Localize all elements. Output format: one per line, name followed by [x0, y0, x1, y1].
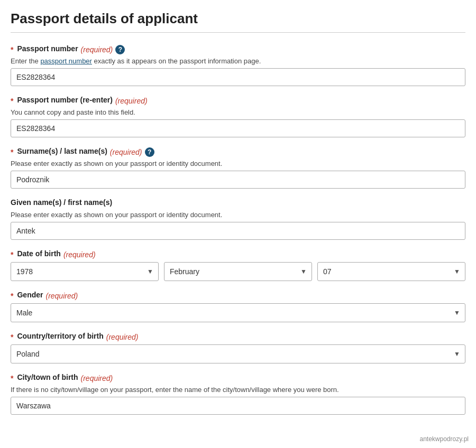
- city-birth-input[interactable]: [11, 397, 465, 415]
- passport-reenter-input[interactable]: [11, 119, 465, 137]
- city-birth-group: * City/town of birth (required) If there…: [11, 373, 465, 415]
- gender-asterisk: *: [11, 292, 13, 300]
- dob-day-select[interactable]: 07: [317, 262, 465, 281]
- surname-help-icon[interactable]: ?: [145, 147, 154, 157]
- passport-number-help-icon[interactable]: ?: [115, 45, 125, 54]
- surname-input[interactable]: [11, 171, 465, 189]
- country-birth-label-row: * Country/territory of birth (required): [11, 332, 465, 342]
- dob-label: Date of birth: [17, 249, 60, 258]
- surname-hint: Please enter exactly as shown on your pa…: [11, 160, 465, 167]
- passport-number-label: Passport number: [17, 44, 78, 53]
- dob-group: * Date of birth (required) 1978 ▼ Januar…: [11, 249, 465, 281]
- gender-label: Gender: [17, 291, 43, 299]
- given-name-label-row: Given name(s) / first name(s): [11, 198, 465, 209]
- country-birth-required: (required): [106, 333, 139, 341]
- watermark: antekwpodrozy.pl: [420, 435, 469, 443]
- gender-label-row: * Gender (required): [11, 291, 465, 301]
- gender-group: * Gender (required) Male Female Unspecif…: [11, 291, 465, 322]
- passport-reenter-hint: You cannot copy and paste into this fiel…: [11, 108, 465, 116]
- page-title: Passport details of applicant: [11, 11, 465, 33]
- city-birth-hint: If there is no city/town/village on your…: [11, 386, 465, 394]
- city-birth-asterisk: *: [11, 374, 13, 382]
- page-container: Passport details of applicant * Passport…: [0, 0, 476, 448]
- dob-label-row: * Date of birth (required): [11, 249, 465, 260]
- surname-label: Surname(s) / last name(s): [17, 147, 107, 155]
- dob-month-wrap: January February March April May June Ju…: [164, 262, 312, 281]
- city-birth-label-row: * City/town of birth (required): [11, 373, 465, 384]
- passport-reenter-group: * Passport number (re-enter) (required) …: [11, 96, 465, 137]
- passport-number-label-row: * Passport number (required) ?: [11, 44, 465, 55]
- passport-number-required: (required): [81, 45, 113, 54]
- dob-year-wrap: 1978 ▼: [11, 262, 159, 281]
- dob-asterisk: *: [11, 250, 13, 259]
- country-birth-asterisk: *: [11, 333, 13, 341]
- surname-required: (required): [110, 148, 142, 156]
- surname-label-row: * Surname(s) / last name(s) (required) ?: [11, 147, 465, 157]
- dob-year-select[interactable]: 1978: [11, 262, 159, 281]
- country-birth-group: * Country/territory of birth (required) …: [11, 332, 465, 363]
- passport-number-input[interactable]: [11, 68, 465, 86]
- passport-reenter-label-row: * Passport number (re-enter) (required): [11, 96, 465, 106]
- surname-group: * Surname(s) / last name(s) (required) ?…: [11, 147, 465, 189]
- city-birth-required: (required): [81, 374, 113, 382]
- passport-number-hint: Enter the passport number exactly as it …: [11, 57, 465, 65]
- passport-number-hint-link[interactable]: passport number: [40, 57, 92, 65]
- gender-required: (required): [45, 292, 78, 300]
- gender-select-wrap: Male Female Unspecified ▼: [11, 303, 465, 322]
- dob-month-select[interactable]: January February March April May June Ju…: [164, 262, 312, 281]
- passport-reenter-required: (required): [115, 97, 148, 105]
- dob-day-wrap: 07 ▼: [317, 262, 465, 281]
- passport-reenter-label: Passport number (re-enter): [17, 96, 112, 104]
- given-name-group: Given name(s) / first name(s) Please ent…: [11, 198, 465, 240]
- passport-reenter-asterisk: *: [11, 97, 13, 105]
- country-birth-label: Country/territory of birth: [17, 332, 103, 340]
- surname-asterisk: *: [11, 148, 13, 156]
- gender-select[interactable]: Male Female Unspecified: [11, 303, 465, 322]
- dob-required: (required): [63, 250, 96, 259]
- given-name-hint: Please enter exactly as shown on your pa…: [11, 211, 465, 219]
- country-birth-select[interactable]: Poland: [11, 344, 465, 363]
- given-name-input[interactable]: [11, 222, 465, 240]
- dob-selects-row: 1978 ▼ January February March April May …: [11, 262, 465, 281]
- given-name-label: Given name(s) / first name(s): [11, 198, 112, 207]
- city-birth-label: City/town of birth: [17, 373, 78, 381]
- passport-number-group: * Passport number (required) ? Enter the…: [11, 44, 465, 86]
- country-birth-select-wrap: Poland ▼: [11, 344, 465, 363]
- passport-number-asterisk: *: [11, 45, 13, 54]
